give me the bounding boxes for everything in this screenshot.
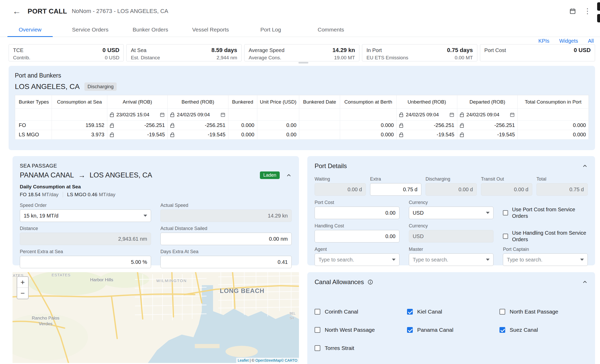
canal-option-suez[interactable]: Suez Canal (499, 327, 588, 333)
use-handling-cost-checkbox-row[interactable]: Use Handling Cost from Service Orders (503, 230, 588, 242)
info-icon[interactable] (367, 279, 373, 285)
checkbox[interactable] (407, 309, 413, 315)
link-kpis[interactable]: KPIs (538, 38, 549, 44)
use-handling-cost-checkbox[interactable] (503, 234, 508, 239)
percent-extra-at-sea-field[interactable] (20, 256, 151, 268)
checkbox[interactable] (407, 327, 413, 333)
map-zoom-control: + − (17, 276, 29, 299)
panel-drag-handle[interactable] (298, 62, 308, 63)
lock-icon[interactable] (460, 112, 464, 117)
canal-option-kiel[interactable]: Kiel Canal (407, 309, 495, 315)
kpi-card-tce: TCE0 USD Contrib.0 USD (9, 44, 124, 61)
osm-link[interactable]: OpenStreetMap (255, 358, 281, 362)
discharging-field (426, 183, 477, 196)
divider (63, 192, 63, 197)
link-all[interactable]: All (588, 38, 594, 44)
waiting-field (315, 183, 366, 196)
port-cost-currency-select[interactable]: USD (409, 207, 494, 219)
extra-field[interactable] (370, 183, 421, 196)
browser-edge-tab[interactable] (597, 2, 600, 11)
lock-icon[interactable] (170, 123, 174, 128)
lock-icon[interactable] (110, 112, 114, 117)
route-arrow-icon: → (78, 172, 85, 179)
tab-vessel-reports[interactable]: Vessel Reports (180, 22, 241, 37)
berthed-date-field[interactable]: 24/02/25 09:04 (170, 109, 225, 120)
fuel-type: LS MGO (15, 130, 52, 139)
more-menu-icon[interactable]: ⋮ (584, 8, 591, 15)
use-port-cost-checkbox[interactable] (503, 210, 508, 215)
canal-option-torres[interactable]: Torres Strait (315, 345, 403, 351)
canal-option-north-west-passage[interactable]: North West Passage (315, 327, 403, 333)
kpi-card-at-sea: At Sea8.59 days Est. Distance2,944 nm (126, 44, 241, 61)
calendar-icon[interactable] (510, 112, 515, 117)
lock-icon[interactable] (399, 132, 403, 137)
checkbox[interactable] (499, 327, 505, 333)
days-extra-at-sea-field[interactable] (160, 256, 292, 268)
laden-badge: Laden (260, 171, 280, 179)
collapse-chevron-icon[interactable] (286, 173, 292, 178)
handling-cost-field[interactable] (315, 230, 399, 242)
lock-icon[interactable] (399, 123, 403, 128)
unberthed-date-field[interactable]: 24/02/25 09:04 (399, 109, 454, 120)
canal-option-panama[interactable]: Panama Canal (407, 327, 495, 333)
zoom-in-button[interactable]: + (17, 277, 28, 288)
checkbox[interactable] (499, 309, 505, 315)
carto-link[interactable]: © CARTO (281, 358, 297, 362)
calendar-icon[interactable] (220, 112, 226, 117)
agent-search-select[interactable]: Type to search. (315, 253, 399, 266)
map-label: Rancho Palos Verdes (29, 315, 63, 327)
speed-order-select[interactable]: 15 kn, 19 MT/d (20, 209, 151, 222)
actual-distance-sailed-field[interactable] (160, 233, 292, 245)
lock-icon[interactable] (399, 112, 403, 117)
checkbox[interactable] (315, 309, 320, 315)
port-cost-field[interactable] (315, 207, 399, 219)
canal-option-corinth[interactable]: Corinth Canal (315, 309, 403, 315)
browser-edge-tab[interactable] (597, 14, 600, 22)
use-port-cost-checkbox-row[interactable]: Use Port Cost from Service Orders (503, 207, 588, 219)
kpi-card-port-cost: Port Cost0 USD (480, 44, 595, 61)
chevron-down-icon (143, 215, 147, 217)
calendar-icon[interactable] (569, 8, 576, 15)
lock-icon[interactable] (170, 112, 174, 117)
tab-overview[interactable]: Overview (0, 22, 60, 37)
lock-icon[interactable] (460, 123, 464, 128)
tab-comments[interactable]: Comments (301, 22, 361, 37)
leaflet-link[interactable]: Leaflet (238, 358, 249, 362)
back-button[interactable]: ← (12, 7, 21, 15)
col-total-consumption-in-port: Total Consumption in Port (518, 95, 589, 109)
tab-service-orders[interactable]: Service Orders (60, 22, 120, 37)
canal-option-north-east-passage[interactable]: North East Passage (499, 309, 588, 315)
calendar-icon[interactable] (160, 112, 165, 117)
master-search-select[interactable]: Type to search. (409, 253, 494, 266)
lock-icon[interactable] (170, 132, 174, 137)
map-label: LONG BEACH (220, 287, 264, 295)
checkbox[interactable] (315, 327, 320, 333)
port-captain-search-select[interactable]: Type to search. (503, 253, 588, 266)
lock-icon[interactable] (460, 132, 464, 137)
route-map[interactable]: + − ESTATES ESTATES Harbor Hills WILMING… (12, 272, 299, 363)
port-name: LOS ANGELES, CA (15, 82, 80, 91)
arrival-date-field[interactable]: 23/02/25 15:04 (110, 109, 165, 120)
tab-port-log[interactable]: Port Log (241, 22, 301, 37)
section-title: Port and Bunkers (15, 72, 589, 79)
sea-passage-card: SEA PASSAGE PANAMA CANAL → LOS ANGELES, … (12, 156, 299, 265)
collapse-chevron-icon[interactable] (582, 163, 588, 169)
checkbox[interactable] (315, 345, 320, 351)
lock-icon[interactable] (110, 132, 114, 137)
kpi-card-average-speed: Average Speed14.29 kn Average Cons.19.00… (244, 44, 359, 61)
tab-bar: Overview Service Orders Bunker Orders Ve… (0, 22, 600, 37)
link-widgets[interactable]: Widgets (559, 38, 578, 44)
tab-bunker-orders[interactable]: Bunker Orders (120, 22, 180, 37)
canal-allowances-card: Canal Allowances Corinth Canal Kiel Cana… (307, 272, 595, 364)
collapse-chevron-icon[interactable] (582, 279, 588, 285)
zoom-out-button[interactable]: − (17, 288, 28, 299)
departed-date-field[interactable]: 24/02/25 09:04 (460, 109, 515, 120)
port-call-page: ← PORT CALL NoNom - 27673 - LOS ANGELES,… (0, 0, 600, 364)
origin-port: PANAMA CANAL (20, 171, 74, 179)
view-filter-links: KPIs Widgets All (538, 38, 594, 44)
table-row-ls-mgo: LS MGO 3.973 -19.545 -19.545 0.000 0.00 … (15, 130, 589, 139)
calendar-icon[interactable] (449, 112, 454, 117)
lock-icon[interactable] (110, 123, 114, 128)
chevron-down-icon (392, 259, 396, 261)
bunkers-table: Bunker Types Consumption at Sea Arrival … (15, 95, 589, 139)
